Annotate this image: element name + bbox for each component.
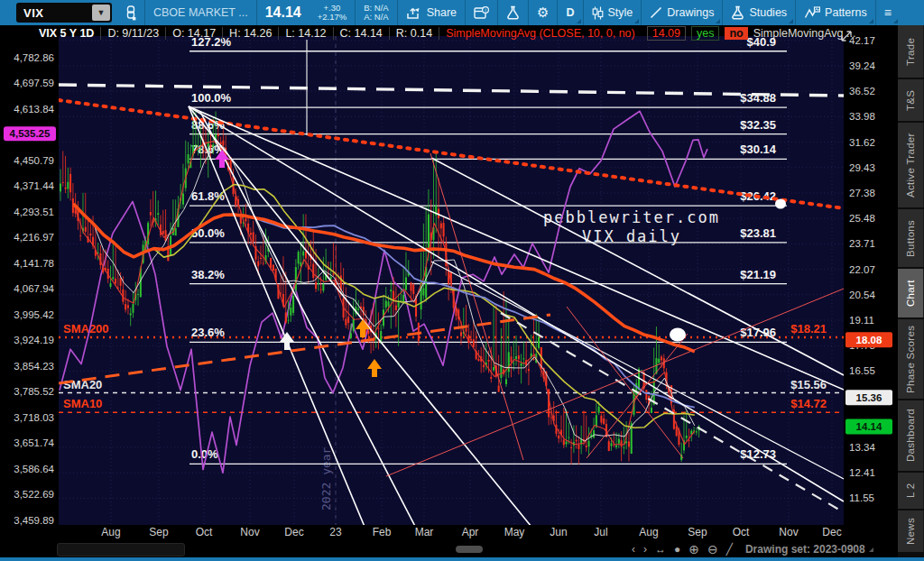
- drawing-icon[interactable]: ╱: [726, 543, 733, 556]
- x-axis-month-label: Sep: [149, 526, 169, 538]
- symbol-text: VIX: [23, 6, 43, 20]
- left-axis-tick: 4,293.51: [14, 207, 54, 217]
- sma-price-label: $18.21: [790, 322, 827, 336]
- fib-price-label: $32.35: [740, 118, 776, 132]
- left-axis-tick: 3,522.69: [14, 489, 54, 500]
- right-axis-tick: 36.52: [849, 86, 875, 97]
- list-icon: ≡: [884, 5, 892, 20]
- x-axis-month-label: Dec: [822, 526, 841, 538]
- last-price: 14.14: [257, 0, 310, 25]
- sidebar-tab-buttons[interactable]: Buttons: [898, 209, 924, 267]
- sidebar-tab-dashboard[interactable]: Dashboard: [898, 400, 924, 471]
- top-toolbar: VIX ▼ CBOE MARKET ... 14.14 +.30 +2.17% …: [0, 0, 924, 25]
- sidebar-tab-l-2[interactable]: L 2: [898, 473, 924, 509]
- bottom-accent-strip: [0, 557, 924, 561]
- x-axis-month-label: Aug: [639, 526, 658, 538]
- fib-pct-label: 100.0%: [191, 91, 232, 105]
- white-circle-marker: [775, 199, 786, 209]
- right-axis-badge-text: 18.08: [856, 335, 882, 345]
- bottom-toolbar: ‹›↔●⊕⊖╱ Drawing set: 2023-0908: [0, 541, 898, 557]
- legend-study1[interactable]: SimpleMovingAvg (CLOSE, 10, 0, no): [439, 27, 642, 40]
- trading-platform-window: VIX ▼ CBOE MARKET ... 14.14 +.30 +2.17% …: [0, 0, 924, 561]
- calendar-info-icon: i: [474, 6, 489, 20]
- fib-price-label: $30.14: [740, 143, 777, 156]
- ask-value: A: N/A: [364, 13, 388, 22]
- left-axis-tick: 3,785.52: [14, 386, 54, 397]
- zoom-out-icon[interactable]: ⊖: [707, 542, 718, 556]
- share-button[interactable]: Share: [398, 0, 465, 25]
- left-axis-tick: 3,651.74: [14, 437, 54, 448]
- patterns-icon: [804, 6, 820, 19]
- white-circle-marker: [670, 328, 686, 342]
- legend-title: VIX 5 Y 1D: [32, 27, 100, 40]
- drawing-set-label[interactable]: Drawing set: 2023-0908: [745, 543, 865, 556]
- right-axis-tick: 33.98: [849, 111, 875, 122]
- legend-close: C: 14.14: [333, 27, 389, 40]
- left-axis-tick: 4,697.59: [14, 78, 54, 88]
- left-axis-tick: 4,216.97: [14, 232, 54, 243]
- chart-menu-button[interactable]: ≡: [876, 0, 900, 25]
- analysis-button[interactable]: [498, 0, 528, 25]
- legend-flag-yes[interactable]: yes: [691, 26, 719, 41]
- x-axis-month-label: Dec: [284, 526, 303, 538]
- right-axis-tick: 13.34: [849, 442, 875, 453]
- dot-icon[interactable]: ●: [674, 543, 680, 556]
- settings-button[interactable]: ⚙: [529, 0, 557, 25]
- x-axis-month-label: Sep: [688, 526, 707, 538]
- legend-date: D: 9/11/23: [100, 27, 165, 40]
- year-divider-label: 2022 year: [319, 446, 333, 510]
- x-axis-month-label: Nov: [240, 526, 259, 538]
- studies-button[interactable]: Studies: [723, 0, 795, 25]
- sidebar-tab-chart[interactable]: Chart: [898, 269, 924, 317]
- legend-high: H: 14.26: [222, 27, 278, 40]
- left-axis-tick: 3,459.89: [14, 515, 54, 526]
- style-button[interactable]: Style: [584, 0, 642, 25]
- x-axis-month-label: Oct: [733, 526, 750, 538]
- symbol-dropdown-icon[interactable]: ▼: [92, 5, 110, 21]
- patterns-button[interactable]: Patterns: [796, 0, 875, 25]
- right-axis-tick: 25.48: [849, 213, 875, 224]
- horizontal-scrollbar[interactable]: [456, 546, 483, 553]
- x-axis-month-label: Apr: [462, 526, 479, 538]
- left-axis-tick: 4,141.78: [14, 258, 54, 269]
- pan-right-icon[interactable]: ›: [643, 543, 647, 556]
- sidebar-tab-news[interactable]: News: [898, 510, 924, 552]
- chart-nav-icons: ‹›↔●⊕⊖╱: [632, 542, 733, 556]
- interval-button[interactable]: D: [558, 0, 582, 25]
- x-axis-month-label: Jun: [550, 526, 567, 538]
- fib-price-label: $21.19: [740, 268, 776, 281]
- studies-label: Studies: [749, 6, 787, 19]
- bid-ask: B: N/A A: N/A: [356, 0, 396, 25]
- x-axis-month-label: Aug: [101, 526, 120, 538]
- legend-low: L: 14.12: [278, 27, 332, 40]
- chart-plot[interactable]: 2022 year127.2%$40.9100.0%$34.8888.6%$32…: [0, 25, 898, 541]
- zoom-in-icon[interactable]: ⊕: [688, 542, 699, 556]
- x-axis-month-label: Jul: [594, 526, 607, 538]
- right-sidebar: TradeT&SActive TraderButtonsChartPhase S…: [898, 25, 924, 557]
- legend-study1-value: 14.09: [647, 26, 686, 41]
- drawing-set-dropdown-corner: [869, 547, 873, 552]
- x-axis-month-label: May: [504, 526, 525, 538]
- calendar-events-button[interactable]: i: [466, 0, 497, 25]
- sidebar-tab-t-s[interactable]: T&S: [898, 79, 924, 121]
- legend-flag-no[interactable]: no: [725, 27, 747, 40]
- chart-region: 2022 year127.2%$40.9100.0%$34.8888.6%$32…: [0, 25, 898, 541]
- symbol-link-button[interactable]: [117, 0, 144, 25]
- symbol-selector[interactable]: VIX ▼: [16, 3, 112, 23]
- sidebar-tab-trade[interactable]: Trade: [898, 25, 924, 78]
- symbol-description[interactable]: CBOE MARKET ...: [145, 0, 256, 25]
- flask-icon: [506, 5, 520, 20]
- drawings-button[interactable]: Drawings: [642, 0, 722, 25]
- legend-range: R: 0.14: [389, 27, 439, 40]
- pan-left-icon[interactable]: ‹: [632, 543, 635, 556]
- sidebar-tab-phase-scores[interactable]: Phase Scores: [898, 319, 924, 399]
- right-axis-tick: 19.11: [849, 315, 874, 326]
- quick-symbol-box[interactable]: [57, 543, 185, 556]
- expand-icon[interactable]: ↔: [655, 543, 666, 556]
- legend-study2[interactable]: SimpleMovingAvg ...: [753, 27, 856, 40]
- sidebar-tab-active-trader[interactable]: Active Trader: [898, 123, 924, 207]
- interval-label: D: [566, 6, 574, 19]
- left-axis-tick: 3,924.19: [14, 335, 54, 345]
- sma-left-label: SMA10: [63, 397, 102, 410]
- x-axis-month-label: Feb: [373, 526, 392, 538]
